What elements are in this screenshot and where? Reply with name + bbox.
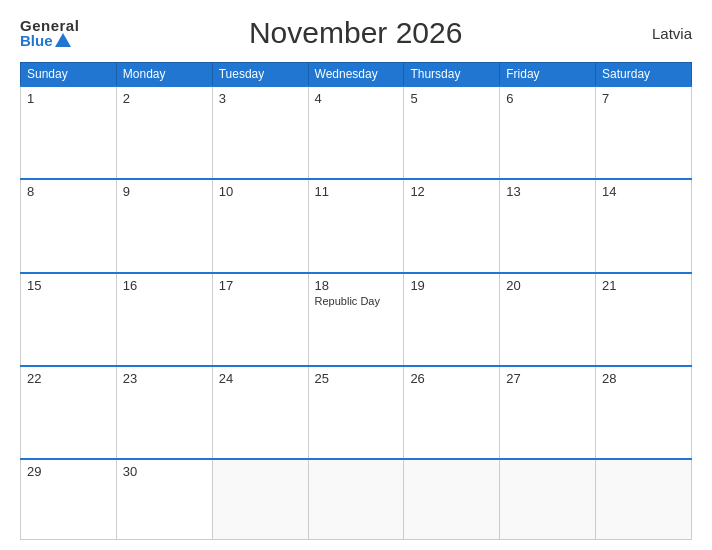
table-row: 20 [500,273,596,366]
week-row-3: 15161718Republic Day192021 [21,273,692,366]
day-number: 21 [602,278,685,293]
table-row: 28 [596,366,692,459]
day-number: 27 [506,371,589,386]
table-row: 5 [404,86,500,179]
calendar-page: General Blue November 2026 Latvia Sunday… [0,0,712,550]
day-number: 6 [506,91,589,106]
table-row: 29 [21,459,117,539]
week-row-4: 22232425262728 [21,366,692,459]
table-row: 15 [21,273,117,366]
header-wednesday: Wednesday [308,63,404,87]
day-number: 10 [219,184,302,199]
week-row-1: 1234567 [21,86,692,179]
day-number: 5 [410,91,493,106]
day-number: 12 [410,184,493,199]
header-sunday: Sunday [21,63,117,87]
table-row: 1 [21,86,117,179]
day-number: 14 [602,184,685,199]
logo-general-text: General [20,18,79,33]
country-label: Latvia [632,25,692,42]
holiday-label: Republic Day [315,295,398,307]
table-row: 14 [596,179,692,272]
day-number: 15 [27,278,110,293]
calendar-table: Sunday Monday Tuesday Wednesday Thursday… [20,62,692,540]
table-row: 9 [116,179,212,272]
day-number: 1 [27,91,110,106]
day-number: 22 [27,371,110,386]
day-number: 17 [219,278,302,293]
table-row: 21 [596,273,692,366]
week-row-5: 2930 [21,459,692,539]
day-number: 7 [602,91,685,106]
header-saturday: Saturday [596,63,692,87]
table-row: 13 [500,179,596,272]
day-number: 19 [410,278,493,293]
month-title: November 2026 [249,16,462,50]
table-row [500,459,596,539]
logo-blue-text: Blue [20,33,79,48]
header-friday: Friday [500,63,596,87]
table-row [404,459,500,539]
day-number: 2 [123,91,206,106]
table-row [212,459,308,539]
header-thursday: Thursday [404,63,500,87]
days-header-row: Sunday Monday Tuesday Wednesday Thursday… [21,63,692,87]
table-row [308,459,404,539]
day-number: 29 [27,464,110,479]
table-row: 18Republic Day [308,273,404,366]
day-number: 28 [602,371,685,386]
table-row: 24 [212,366,308,459]
table-row: 8 [21,179,117,272]
table-row: 17 [212,273,308,366]
week-row-2: 891011121314 [21,179,692,272]
table-row: 7 [596,86,692,179]
day-number: 18 [315,278,398,293]
day-number: 30 [123,464,206,479]
logo: General Blue [20,18,79,48]
table-row: 4 [308,86,404,179]
header-monday: Monday [116,63,212,87]
table-row: 2 [116,86,212,179]
day-number: 20 [506,278,589,293]
day-number: 8 [27,184,110,199]
table-row [596,459,692,539]
day-number: 25 [315,371,398,386]
table-row: 19 [404,273,500,366]
table-row: 3 [212,86,308,179]
table-row: 26 [404,366,500,459]
table-row: 16 [116,273,212,366]
table-row: 27 [500,366,596,459]
table-row: 11 [308,179,404,272]
day-number: 13 [506,184,589,199]
calendar-header: General Blue November 2026 Latvia [20,16,692,50]
table-row: 10 [212,179,308,272]
header-tuesday: Tuesday [212,63,308,87]
table-row: 30 [116,459,212,539]
day-number: 9 [123,184,206,199]
day-number: 16 [123,278,206,293]
table-row: 23 [116,366,212,459]
day-number: 11 [315,184,398,199]
table-row: 6 [500,86,596,179]
day-number: 4 [315,91,398,106]
table-row: 22 [21,366,117,459]
logo-triangle-icon [55,33,71,47]
day-number: 24 [219,371,302,386]
day-number: 23 [123,371,206,386]
day-number: 3 [219,91,302,106]
table-row: 25 [308,366,404,459]
table-row: 12 [404,179,500,272]
day-number: 26 [410,371,493,386]
